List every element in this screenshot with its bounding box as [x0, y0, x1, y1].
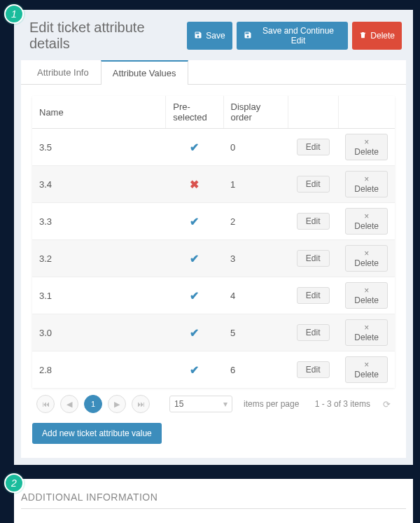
- tab-attribute-values[interactable]: Attribute Values: [101, 60, 188, 85]
- delete-row-button[interactable]: Delete: [345, 245, 388, 272]
- col-delete: [338, 96, 395, 129]
- page-size-value: 15: [174, 399, 183, 409]
- cell-delete: Delete: [338, 166, 395, 203]
- table-row: 3.4✖1EditDelete: [32, 166, 395, 203]
- check-icon: ✔: [190, 253, 199, 265]
- save-continue-label: Save and Continue Edit: [255, 26, 342, 46]
- cell-preselected: ✔: [166, 314, 223, 351]
- check-icon: ✔: [190, 327, 199, 339]
- save-continue-button[interactable]: Save and Continue Edit: [237, 22, 349, 50]
- pager-range: 1 - 3 of 3 items: [315, 399, 370, 409]
- cell-delete: Delete: [338, 277, 395, 314]
- chevron-down-icon: ▾: [223, 399, 227, 409]
- step-badge-1: 1: [4, 4, 24, 24]
- table-row: 3.2✔3EditDelete: [32, 240, 395, 277]
- cell-preselected: ✔: [166, 277, 223, 314]
- check-icon: ✔: [190, 141, 199, 153]
- cell-preselected: ✔: [166, 203, 223, 240]
- save-button[interactable]: Save: [187, 22, 232, 50]
- edit-row-button[interactable]: Edit: [297, 324, 330, 341]
- cell-display-order: 1: [223, 166, 288, 203]
- col-edit: [288, 96, 338, 129]
- cell-name: 3.5: [32, 129, 166, 166]
- cell-delete: Delete: [338, 351, 395, 389]
- delete-label: Delete: [370, 31, 395, 41]
- page-title: Edit ticket attribute details: [29, 20, 187, 52]
- check-icon: ✔: [190, 216, 199, 228]
- cell-delete: Delete: [338, 129, 395, 166]
- cell-edit: Edit: [288, 203, 338, 240]
- delete-row-button[interactable]: Delete: [345, 171, 388, 197]
- save-icon: [244, 31, 252, 41]
- delete-row-button[interactable]: Delete: [345, 356, 388, 383]
- cell-edit: Edit: [288, 166, 338, 203]
- pager-prev-button[interactable]: ◀: [60, 395, 78, 413]
- save-icon: [194, 31, 202, 41]
- cell-display-order: 2: [223, 203, 288, 240]
- cell-display-order: 4: [223, 277, 288, 314]
- tab-attribute-info[interactable]: Attribute Info: [25, 60, 101, 85]
- table-row: 2.8✔6EditDelete: [32, 351, 395, 389]
- cell-name: 3.0: [32, 314, 166, 351]
- refresh-icon[interactable]: ⟳: [383, 399, 391, 410]
- delete-row-button[interactable]: Delete: [345, 319, 388, 346]
- cell-preselected: ✔: [166, 240, 223, 277]
- delete-row-button[interactable]: Delete: [345, 134, 388, 160]
- delete-button[interactable]: Delete: [352, 22, 402, 50]
- table-row: 3.5✔0EditDelete: [32, 129, 395, 166]
- table-row: 3.0✔5EditDelete: [32, 314, 395, 351]
- edit-row-button[interactable]: Edit: [297, 139, 330, 155]
- col-name[interactable]: Name: [32, 96, 166, 129]
- edit-row-button[interactable]: Edit: [297, 250, 330, 267]
- values-table: Name Pre-selected Display order 3.5✔0Edi…: [32, 96, 395, 388]
- cell-preselected: ✔: [166, 351, 223, 389]
- x-icon: ✖: [190, 179, 199, 190]
- cell-edit: Edit: [288, 240, 338, 277]
- pager-first-button[interactable]: ⏮: [36, 395, 55, 413]
- cell-delete: Delete: [338, 203, 395, 240]
- cell-edit: Edit: [288, 129, 338, 166]
- items-per-page-label: items per page: [244, 399, 299, 409]
- check-icon: ✔: [190, 290, 199, 302]
- edit-row-button[interactable]: Edit: [297, 176, 330, 193]
- trash-icon: [359, 31, 367, 41]
- cell-name: 3.3: [32, 203, 166, 240]
- page-size-select[interactable]: 15 ▾: [169, 396, 232, 412]
- delete-row-button[interactable]: Delete: [345, 208, 388, 235]
- edit-row-button[interactable]: Edit: [297, 287, 330, 304]
- cell-preselected: ✔: [166, 129, 223, 166]
- cell-delete: Delete: [338, 240, 395, 277]
- cell-preselected: ✖: [166, 166, 223, 203]
- save-label: Save: [206, 31, 225, 41]
- cell-name: 3.1: [32, 277, 166, 314]
- edit-row-button[interactable]: Edit: [297, 361, 330, 378]
- cell-edit: Edit: [288, 351, 338, 389]
- pager-page-1[interactable]: 1: [84, 395, 102, 413]
- table-row: 3.1✔4EditDelete: [32, 277, 395, 314]
- cell-display-order: 0: [223, 129, 288, 166]
- check-icon: ✔: [190, 364, 199, 376]
- cell-name: 3.2: [32, 240, 166, 277]
- cell-name: 3.4: [32, 166, 166, 203]
- pager: ⏮ ◀ 1 ▶ ⏭ 15 ▾ items per page 1 - 3 of 3…: [32, 388, 395, 416]
- cell-delete: Delete: [338, 314, 395, 351]
- edit-row-button[interactable]: Edit: [297, 213, 330, 230]
- pager-last-button[interactable]: ⏭: [132, 395, 150, 413]
- pager-next-button[interactable]: ▶: [108, 395, 126, 413]
- add-value-label: Add new ticket attribute value: [42, 428, 152, 438]
- col-display-order[interactable]: Display order: [223, 96, 288, 129]
- delete-row-button[interactable]: Delete: [345, 282, 388, 309]
- add-value-button[interactable]: Add new ticket attribute value: [32, 423, 162, 444]
- cell-display-order: 5: [223, 314, 288, 351]
- cell-display-order: 3: [223, 240, 288, 277]
- step-badge-2: 2: [4, 473, 24, 493]
- cell-edit: Edit: [288, 314, 338, 351]
- col-preselected[interactable]: Pre-selected: [166, 96, 223, 129]
- cell-display-order: 6: [223, 351, 288, 389]
- cell-edit: Edit: [288, 277, 338, 314]
- section-title: ADDITIONAL INFORMATION: [21, 491, 406, 509]
- table-row: 3.3✔2EditDelete: [32, 203, 395, 240]
- cell-name: 2.8: [32, 351, 166, 389]
